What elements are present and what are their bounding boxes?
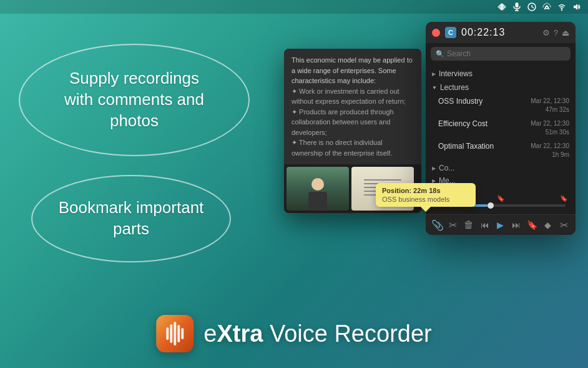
svg-line-10 — [532, 7, 534, 8]
svg-point-4 — [501, 6, 503, 8]
help-icon[interactable]: ? — [554, 28, 558, 37]
diamond-button[interactable]: ◆ — [542, 219, 554, 231]
dropbox-icon[interactable] — [497, 2, 507, 12]
waveform-bar — [170, 324, 172, 343]
notes-area: This economic model may be applied to a … — [284, 49, 421, 164]
tooltip-text: OSS business models — [382, 196, 469, 203]
clip-button[interactable]: ✂ — [447, 219, 459, 231]
item-meta: Mar 22, 12:30 51m 30s — [531, 119, 569, 137]
add-bookmark-button[interactable]: 📎 — [431, 219, 444, 231]
marker-mid[interactable]: 🔖 — [497, 194, 504, 202]
notes-text: This economic model may be applied to a … — [292, 55, 414, 158]
item-duration: 51m 30s — [531, 128, 569, 137]
item-meta: Mar 22, 12:30 1h 9m — [531, 142, 569, 159]
bubble2-text: Bookmark important parts — [46, 197, 217, 240]
svg-rect-5 — [516, 2, 519, 7]
collapse-triangle: ▶ — [432, 166, 436, 171]
bubble1-text: Supply recordings with comments and phot… — [52, 68, 217, 131]
sidebar-group-lectures[interactable]: ▼ Lectures — [426, 81, 576, 94]
collapse-triangle: ▶ — [432, 71, 436, 77]
item-duration: 1h 9m — [531, 151, 569, 159]
svg-marker-13 — [574, 4, 577, 10]
sidebar-group-interviews[interactable]: ▶ Interviews — [426, 67, 576, 81]
microphone-icon[interactable] — [512, 2, 522, 12]
waveform-bar — [174, 322, 176, 346]
book-line — [364, 179, 401, 181]
expand-triangle: ▼ — [432, 85, 437, 91]
settings-icon[interactable]: ⚙ — [542, 28, 550, 37]
bullet-3: ✦ There is no direct individual ownershi… — [292, 139, 392, 157]
search-bar[interactable]: 🔍 Search — [431, 47, 571, 61]
waveform-bar — [181, 328, 184, 339]
recorder-icon-label: C — [448, 29, 453, 36]
play-button[interactable]: ▶ — [494, 219, 507, 231]
thumbnail-person[interactable] — [287, 167, 349, 211]
branding: eXtra Voice Recorder — [156, 315, 431, 352]
controls-toolbar: 📎 ✂ 🗑 ⏮ ▶ ⏭ 🔖 ◆ ✂ — [426, 214, 576, 235]
titlebar-icons: ⚙ ? ⏏ — [542, 28, 569, 37]
recorder-timer: 00:22:13 — [461, 27, 537, 38]
app-name-strong: Xtra — [217, 321, 263, 347]
wifi-icon[interactable] — [557, 2, 567, 12]
notes-intro: This economic model may be applied to a … — [292, 56, 413, 84]
close-button[interactable] — [432, 29, 440, 37]
item-date: Mar 22, 12:30 — [531, 142, 569, 151]
group-name: Co... — [439, 164, 454, 172]
sidebar-item-oss-industry[interactable]: OSS Industry Mar 22, 12:30 47m 32s — [426, 94, 576, 117]
recorder-window: C 00:22:13 ⚙ ? ⏏ 🔍 Search ▶ Interviews ▼… — [426, 22, 576, 235]
left-panel: Supply recordings with comments and phot… — [19, 44, 256, 262]
person-figure — [308, 178, 327, 211]
sidebar-item-efficiency-cost[interactable]: Efficiency Cost Mar 22, 12:30 51m 30s — [426, 117, 576, 139]
bullet-1: ✦ Work or investment is carried out with… — [292, 87, 406, 106]
bubble-recordings: Supply recordings with comments and phot… — [19, 44, 250, 156]
rewind-button[interactable]: ⏮ — [479, 219, 491, 231]
item-duration: 47m 32s — [531, 106, 569, 114]
volume-icon[interactable] — [572, 2, 582, 12]
tooltip-title: Position: 22m 18s — [382, 187, 469, 194]
search-placeholder: Search — [447, 49, 471, 58]
item-name: Efficiency Cost — [438, 119, 531, 128]
trash-button[interactable]: 🗑 — [463, 219, 475, 231]
app-name-suffix: Voice Recorder — [263, 321, 431, 347]
marker-end[interactable]: 🔖 — [561, 194, 567, 202]
group-name: Lectures — [440, 83, 469, 92]
time-machine-icon[interactable] — [527, 2, 537, 12]
sidebar-item-optimal-taxation[interactable]: Optimal Taxation Mar 22, 12:30 1h 9m — [426, 139, 576, 162]
search-icon: 🔍 — [436, 50, 444, 58]
app-name: eXtra Voice Recorder — [203, 321, 431, 347]
person-body — [308, 192, 327, 211]
waveform-bar — [166, 327, 169, 340]
recorder-titlebar: C 00:22:13 ⚙ ? ⏏ — [426, 22, 576, 43]
recorder-app-icon: C — [445, 27, 456, 38]
sidebar-group-co[interactable]: ▶ Co... — [426, 162, 576, 174]
bookmark-button[interactable]: 🔖 — [526, 219, 539, 231]
person-head — [311, 178, 324, 191]
bullet-2: ✦ Products are produced through collabor… — [292, 108, 394, 136]
progress-thumb[interactable] — [488, 202, 494, 209]
scissors-button[interactable]: ✂ — [557, 219, 570, 231]
menu-bar — [0, 0, 588, 14]
airdrop-icon[interactable] — [542, 2, 552, 12]
exit-icon[interactable]: ⏏ — [562, 28, 569, 37]
waveform — [166, 322, 184, 346]
timer-value: 00:22:13 — [461, 27, 505, 37]
item-date: Mar 22, 12:30 — [531, 97, 569, 106]
item-name: Optimal Taxation — [438, 142, 531, 151]
position-tooltip: Position: 22m 18s OSS business models — [376, 183, 476, 207]
waveform-bar — [177, 325, 180, 342]
sidebar-list: ▶ Interviews ▼ Lectures OSS Industry Mar… — [426, 64, 576, 189]
svg-point-12 — [561, 9, 562, 11]
bubble-bookmarks: Bookmark important parts — [31, 175, 231, 262]
fast-forward-button[interactable]: ⏭ — [510, 219, 522, 231]
item-name: OSS Industry — [438, 97, 531, 106]
group-name: Interviews — [439, 69, 473, 78]
item-date: Mar 22, 12:30 — [531, 119, 569, 128]
app-icon — [156, 315, 194, 352]
item-meta: Mar 22, 12:30 47m 32s — [531, 97, 569, 114]
